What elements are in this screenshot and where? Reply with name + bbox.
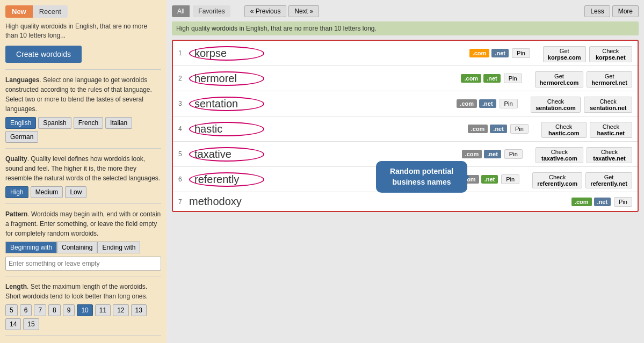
tab-favorites[interactable]: Favorites — [193, 5, 230, 17]
pattern-ending[interactable]: Ending with — [97, 242, 140, 253]
len-11[interactable]: 11 — [95, 304, 111, 316]
domain-action-button[interactable]: Check taxative.com — [536, 147, 583, 163]
net-badge: .net — [484, 150, 501, 158]
row-number: 7 — [178, 198, 189, 206]
create-wordoids-button[interactable]: Create wordoids — [5, 46, 82, 63]
language-buttons: English Spanish French Italian German — [5, 117, 161, 143]
domain-action-button[interactable]: Check hastic.net — [590, 122, 632, 138]
word-name: sentation — [189, 97, 264, 111]
right-description: High quality wordoids in English, that a… — [172, 21, 639, 35]
divider-1 — [5, 69, 161, 70]
length-label: Length. Set the maximum length of the wo… — [5, 282, 161, 301]
len-10[interactable]: 10 — [77, 304, 92, 316]
right-panel: All Favorites « Previous Next » Less Mor… — [167, 0, 644, 343]
left-panel: Personalizable criteria New Recent High … — [0, 0, 167, 343]
lang-spanish[interactable]: Spanish — [38, 117, 71, 129]
domain-action-button[interactable]: Check referently.com — [532, 172, 582, 188]
tab-new[interactable]: New — [5, 5, 33, 18]
domain-action-button[interactable]: Get hermorel.net — [587, 71, 632, 87]
pin-button[interactable]: Pin — [614, 197, 632, 207]
table-row: 1korpse.com.netPinGet korpse.comCheck ko… — [173, 41, 638, 66]
len-15[interactable]: 15 — [23, 318, 39, 330]
row-number: 6 — [178, 176, 189, 183]
length-buttons: 5 6 7 8 9 10 11 12 13 14 15 — [5, 304, 161, 330]
pin-button[interactable]: Pin — [501, 174, 519, 184]
net-badge: .net — [490, 125, 507, 133]
len-12[interactable]: 12 — [113, 304, 128, 316]
more-button[interactable]: More — [612, 5, 639, 17]
len-14[interactable]: 14 — [5, 318, 21, 330]
pin-button[interactable]: Pin — [504, 74, 522, 83]
quality-medium[interactable]: Medium — [31, 186, 63, 198]
pattern-tabs: Beginning with Containing Ending with — [5, 242, 161, 253]
lang-italian[interactable]: Italian — [105, 117, 132, 129]
domain-action-button[interactable]: Check sentation.com — [531, 97, 581, 113]
word-name: methodoxy — [189, 195, 264, 208]
nav-buttons: « Previous Next » — [244, 5, 319, 17]
pin-button[interactable]: Pin — [504, 149, 523, 159]
net-badge: .net — [483, 74, 501, 83]
less-button[interactable]: Less — [584, 5, 610, 17]
pin-button[interactable]: Pin — [510, 124, 529, 134]
net-badge: .net — [479, 99, 496, 108]
lang-german[interactable]: German — [5, 131, 38, 143]
domain-action-button[interactable]: Check taxative.net — [587, 147, 632, 163]
com-badge: .com — [469, 49, 490, 57]
len-5[interactable]: 5 — [5, 304, 18, 316]
len-6[interactable]: 6 — [20, 304, 32, 316]
table-row: 4hastic.com.netPinCheck hastic.comCheck … — [173, 116, 638, 142]
tab-all[interactable]: All — [172, 5, 190, 17]
word-name: hastic — [189, 122, 264, 136]
row-number: 3 — [178, 100, 189, 107]
divider-3 — [5, 203, 161, 204]
net-badge: .net — [491, 49, 509, 57]
divider-4 — [5, 276, 161, 276]
lang-french[interactable]: French — [74, 117, 103, 129]
right-top-bar: All Favorites « Previous Next » Less Mor… — [172, 5, 639, 17]
com-badge: .com — [462, 150, 482, 158]
com-badge: .com — [571, 198, 592, 206]
domain-action-button[interactable]: Check sentation.net — [584, 97, 632, 113]
lang-english[interactable]: English — [5, 117, 36, 129]
quality-buttons: High Medium Low — [5, 186, 161, 198]
business-bubble: Random potential business names — [376, 161, 467, 193]
len-8[interactable]: 8 — [48, 304, 61, 316]
domain-action-button[interactable]: Check korpse.net — [589, 46, 632, 62]
pattern-label: Pattern. Wordoids may begin with, end wi… — [5, 209, 161, 238]
com-badge: .com — [457, 99, 477, 108]
next-button[interactable]: Next » — [288, 5, 319, 17]
divider-2 — [5, 148, 161, 149]
net-badge: .net — [481, 175, 498, 184]
pin-button[interactable]: Pin — [512, 48, 530, 58]
pin-button[interactable]: Pin — [500, 99, 518, 108]
prev-button[interactable]: « Previous — [244, 5, 287, 17]
len-7[interactable]: 7 — [34, 304, 46, 316]
pattern-containing[interactable]: Containing — [57, 242, 97, 253]
quality-low[interactable]: Low — [65, 186, 86, 198]
pattern-beginning[interactable]: Beginning with — [5, 242, 57, 253]
domain-action-button[interactable]: Get hermorel.com — [535, 71, 584, 87]
quality-label: Quality. Quality level defines how wordo… — [5, 154, 161, 183]
domain-action-button[interactable]: Get korpse.com — [543, 46, 586, 62]
word-name: referently — [189, 172, 264, 187]
len-13[interactable]: 13 — [131, 304, 147, 316]
net-badge: .net — [594, 198, 611, 206]
table-row: 2hermorel.com.netPinGet hermorel.comGet … — [173, 66, 638, 91]
word-name: hermorel — [189, 71, 264, 86]
domain-action-button[interactable]: Get referently.net — [585, 172, 632, 188]
row-number: 2 — [178, 75, 189, 82]
com-badge: .com — [468, 125, 488, 133]
divider-5 — [5, 335, 161, 336]
languages-label: Languages. Select one language to get wo… — [5, 75, 161, 114]
more-less-buttons: Less More — [584, 5, 639, 17]
left-tabs: New Recent — [5, 5, 161, 18]
tab-recent[interactable]: Recent — [33, 5, 68, 18]
row-number: 5 — [178, 150, 189, 158]
word-name: taxative — [189, 147, 264, 162]
domain-action-button[interactable]: Check hastic.com — [541, 122, 587, 138]
com-badge: .com — [461, 74, 481, 83]
table-row: 3sentation.com.netPinCheck sentation.com… — [173, 91, 638, 116]
len-9[interactable]: 9 — [63, 304, 75, 316]
pattern-input[interactable] — [5, 257, 161, 271]
quality-high[interactable]: High — [5, 186, 28, 198]
